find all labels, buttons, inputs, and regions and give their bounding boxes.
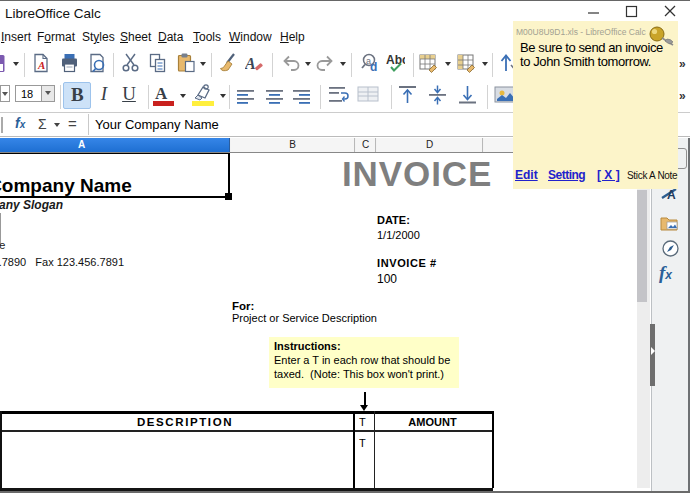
svg-text:d: d: [370, 60, 377, 73]
svg-text:A: A: [37, 59, 45, 71]
svg-text:A: A: [667, 188, 676, 200]
svg-text:A: A: [155, 84, 168, 103]
svg-text:Abc: Abc: [386, 53, 405, 67]
svg-text:A: A: [245, 55, 256, 72]
